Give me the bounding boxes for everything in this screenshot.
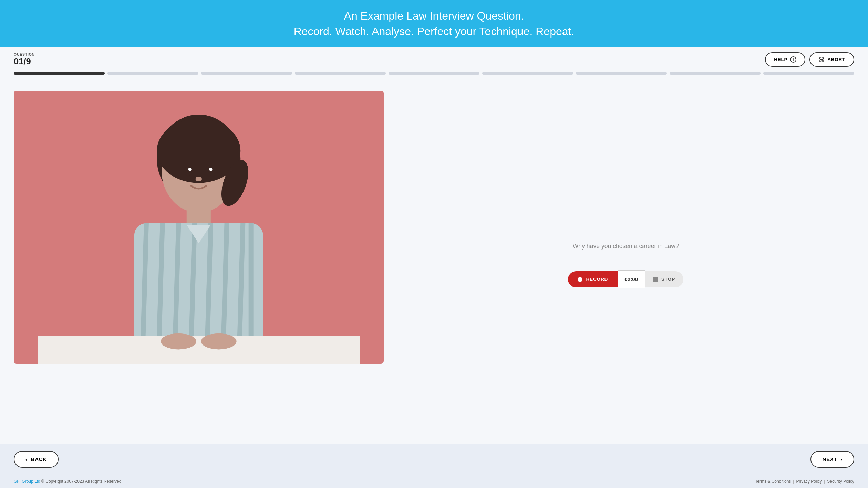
- progress-segment-5: [389, 72, 479, 75]
- header: An Example Law Interview Question. Recor…: [0, 0, 868, 47]
- security-link[interactable]: Security Policy: [827, 479, 854, 484]
- footer-copyright: GFI Group Ltd © Copyright 2007-2023 All …: [14, 479, 123, 484]
- record-controls: RECORD 02:00 STOP: [568, 270, 683, 288]
- svg-point-20: [205, 166, 213, 176]
- svg-point-18: [201, 333, 237, 349]
- progress-segment-8: [670, 72, 761, 75]
- question-info: QUESTION 01/9: [14, 53, 35, 66]
- help-button[interactable]: HELP i: [765, 52, 805, 67]
- nav-buttons: HELP i ABORT: [765, 52, 854, 67]
- svg-point-22: [209, 168, 212, 171]
- svg-point-21: [188, 168, 191, 171]
- progress-segment-2: [107, 72, 198, 75]
- question-panel: Why have you chosen a career in Law? REC…: [397, 91, 854, 434]
- progress-segment-3: [201, 72, 292, 75]
- svg-point-17: [161, 333, 196, 349]
- privacy-link[interactable]: Privacy Policy: [796, 479, 822, 484]
- record-dot-icon: [578, 277, 582, 282]
- info-icon: i: [790, 56, 796, 63]
- video-container: [14, 91, 384, 364]
- progress-segment-7: [576, 72, 667, 75]
- header-title: An Example Law Interview Question. Recor…: [14, 8, 854, 39]
- progress-segment-9: [763, 72, 854, 75]
- progress-row: [0, 72, 868, 80]
- terms-link[interactable]: Terms & Conditions: [755, 479, 791, 484]
- record-button[interactable]: RECORD: [568, 271, 618, 287]
- stop-button[interactable]: STOP: [645, 271, 683, 287]
- abort-button[interactable]: ABORT: [809, 52, 854, 67]
- question-label: QUESTION: [14, 53, 35, 56]
- svg-point-23: [195, 177, 202, 181]
- question-number: 01/9: [14, 56, 35, 66]
- progress-segment-4: [295, 72, 386, 75]
- next-chevron-icon: ›: [840, 456, 843, 462]
- footer-company-link[interactable]: GFI Group Ltd: [14, 479, 40, 484]
- main-content: Why have you chosen a career in Law? REC…: [0, 80, 868, 444]
- bottom-nav: ‹ BACK NEXT ›: [0, 444, 868, 475]
- question-text: Why have you chosen a career in Law?: [573, 243, 679, 250]
- footer-links: Terms & Conditions | Privacy Policy | Se…: [755, 479, 854, 484]
- progress-segment-6: [482, 72, 573, 75]
- video-panel: [14, 91, 384, 434]
- svg-point-19: [184, 166, 192, 176]
- timer-display: 02:00: [618, 270, 645, 288]
- navbar: QUESTION 01/9 HELP i ABORT: [0, 47, 868, 72]
- back-chevron-icon: ‹: [25, 456, 28, 462]
- video-placeholder: [14, 91, 384, 364]
- progress-segment-1: [14, 72, 105, 75]
- stop-icon: [653, 277, 658, 282]
- footer: GFI Group Ltd © Copyright 2007-2023 All …: [0, 475, 868, 488]
- next-button[interactable]: NEXT ›: [810, 451, 854, 468]
- svg-rect-16: [38, 336, 360, 364]
- abort-icon: [818, 56, 825, 63]
- back-button[interactable]: ‹ BACK: [14, 451, 59, 468]
